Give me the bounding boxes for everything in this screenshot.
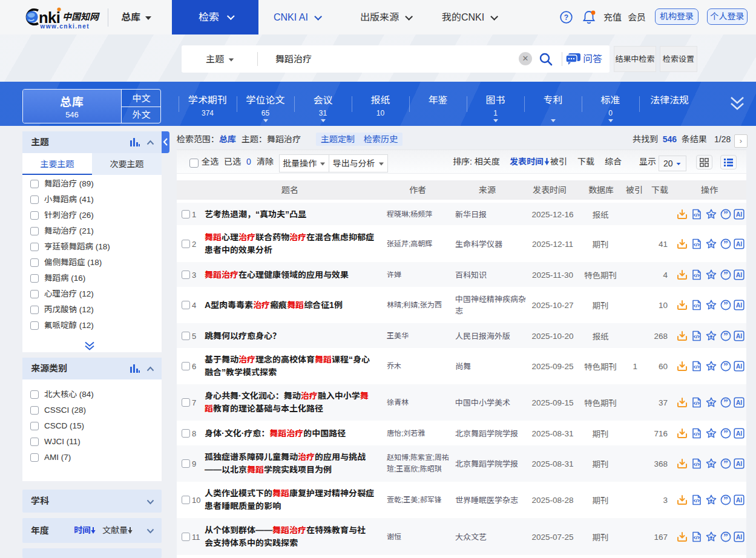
svg-text:?: ? (564, 13, 568, 22)
svg-text:www.cnki.net: www.cnki.net (40, 23, 90, 30)
svg-text:中国知网: 中国知网 (62, 12, 100, 22)
